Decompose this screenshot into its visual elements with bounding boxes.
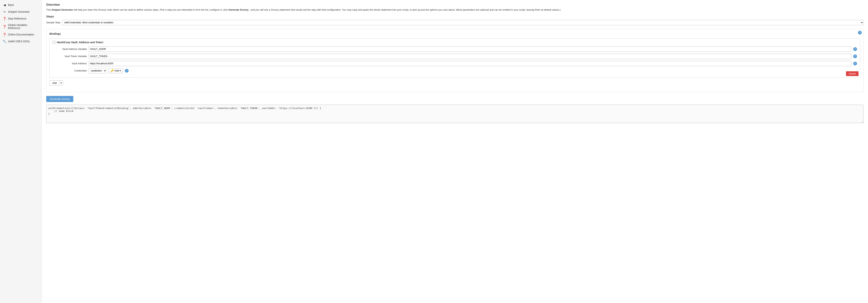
sidebar-item-back[interactable]: ◀ Back [0,1,41,8]
vault-address-variable-row: Vault Address Variable ? [53,47,857,52]
sidebar-item-global-variables[interactable]: ❓ Global Variables Reference [0,22,41,31]
sample-step-select[interactable]: withCredentials: Bind credentials to var… [62,20,864,25]
vault-token-variable-help-icon[interactable]: ? [853,54,857,58]
vault-address-variable-help-icon[interactable]: ? [853,47,857,51]
credentials-label: Credentials [53,69,87,72]
intellij-icon: 🔧 [3,39,6,43]
overview-bold-2: Generate Groovy [228,8,249,11]
snippet-icon: ✂ [3,10,6,13]
key-icon: 🔑 [111,69,114,72]
sample-step-label: Sample Step [46,21,60,24]
sidebar-item-online-docs[interactable]: ❓ Online Documentation [0,31,41,38]
sidebar-item-label-intellij: IntelliJ IDEA GDSL [8,40,30,43]
overview-text: This Snippet Generator will help you lea… [46,8,864,12]
binding-group-checkbox[interactable] [53,41,55,44]
sidebar-item-label-online-docs: Online Documentation [8,33,34,36]
credentials-select[interactable]: vaulttoken [89,68,106,73]
vault-address-input[interactable] [89,61,851,66]
binding-group: HashiCorp Vault: Address and Token Vault… [50,38,860,78]
add-dropdown-chevron-icon: ▾ [61,82,62,84]
sidebar-item-intellij[interactable]: 🔧 IntelliJ IDEA GDSL [0,38,41,45]
vault-address-help-icon[interactable]: ? [853,62,857,65]
add-main-button[interactable]: Add [50,80,59,85]
delete-button[interactable]: Delete [846,71,859,76]
sidebar-item-label-step-ref: Step Reference [8,17,26,20]
vault-token-variable-label: Vault Token Variable [53,55,87,58]
vault-address-variable-label: Vault Address Variable [53,48,87,50]
vault-token-variable-input[interactable] [89,54,851,59]
add-credentials-chevron: ▾ [120,69,121,72]
overview-title: Overview [46,3,864,6]
step-ref-icon: ❓ [3,17,6,21]
sidebar-item-label-global-vars: Global Variables Reference [8,24,39,30]
sidebar: ◀ Back ✂ Snippet Generator ❓ Step Refere… [0,0,42,303]
add-credentials-label: Add [115,69,119,72]
global-vars-icon: ❓ [3,25,6,28]
main-content: Overview This Snippet Generator will hel… [42,0,868,303]
vault-address-variable-input[interactable] [89,47,851,52]
binding-group-header: HashiCorp Vault: Address and Token [53,41,857,44]
bindings-section: Bindings ? HashiCorp Vault: Address and … [46,29,864,92]
generate-groovy-button[interactable]: Generate Groovy [46,96,73,102]
overview-text-part3: , and you will see a Groovy statement th… [249,8,561,11]
sidebar-item-snippet-generator[interactable]: ✂ Snippet Generator [0,8,41,15]
credentials-row: Credentials vaulttoken 🔑 Add ▾ ? [53,68,857,73]
binding-group-title: HashiCorp Vault: Address and Token [57,41,103,44]
vault-address-label: Vault Address [53,62,87,65]
sidebar-item-step-reference[interactable]: ❓ Step Reference [0,15,41,22]
bindings-help-icon[interactable]: ? [858,31,862,34]
credentials-help-icon[interactable]: ? [125,69,129,73]
back-icon: ◀ [3,3,6,7]
sample-step-row: Sample Step withCredentials: Bind creden… [46,20,864,25]
sidebar-item-label-snippet: Snippet Generator [8,10,30,13]
add-row: Add ▾ [50,80,860,85]
overview-bold-1: Snippet Generator [52,8,73,11]
add-dropdown-button[interactable]: ▾ [59,80,63,85]
add-credentials-button[interactable]: 🔑 Add ▾ [108,68,123,73]
sidebar-item-label-back: Back [8,3,14,6]
overview-text-part2: will help you learn the Groovy code whic… [74,8,228,11]
bindings-title: Bindings [50,32,860,35]
steps-title: Steps [46,15,864,18]
vault-token-variable-row: Vault Token Variable ? [53,54,857,59]
code-output-area[interactable]: withCredentials([[$class: 'VaultTokenCre… [46,105,864,123]
vault-address-row: Vault Address ? [53,61,857,66]
online-docs-icon: ❓ [3,33,6,36]
